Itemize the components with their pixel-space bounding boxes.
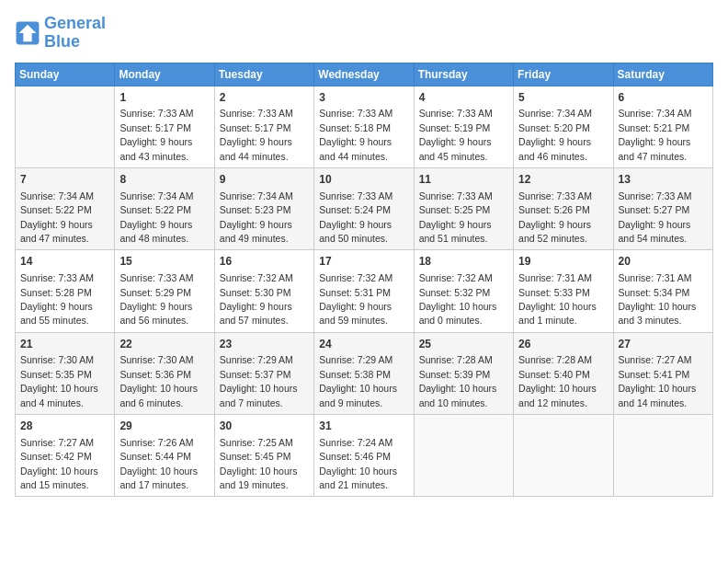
day-number: 13 [619, 172, 708, 188]
calendar-cell: 11Sunrise: 7:33 AMSunset: 5:25 PMDayligh… [414, 167, 513, 249]
sunrise: Sunrise: 7:28 AM [518, 354, 592, 365]
calendar-cell [16, 86, 115, 167]
day-number: 4 [419, 90, 508, 106]
day-number: 8 [119, 172, 209, 188]
calendar-week-5: 28Sunrise: 7:27 AMSunset: 5:42 PMDayligh… [16, 415, 713, 497]
day-number: 11 [419, 172, 508, 188]
day-number: 14 [20, 254, 109, 270]
calendar-cell: 26Sunrise: 7:28 AMSunset: 5:40 PMDayligh… [514, 332, 613, 414]
day-number: 26 [518, 337, 608, 352]
sunrise: Sunrise: 7:33 AM [419, 108, 493, 119]
sunset: Sunset: 5:46 PM [319, 451, 391, 462]
calendar-cell: 9Sunrise: 7:34 AMSunset: 5:23 PMDaylight… [214, 167, 313, 249]
calendar-cell: 21Sunrise: 7:30 AMSunset: 5:35 PMDayligh… [16, 332, 115, 414]
calendar-cell: 4Sunrise: 7:33 AMSunset: 5:19 PMDaylight… [414, 86, 513, 167]
daylight: Daylight: 9 hours and 47 minutes. [20, 219, 93, 244]
sunrise: Sunrise: 7:33 AM [518, 190, 592, 201]
daylight: Daylight: 10 hours and 3 minutes. [619, 301, 697, 326]
sunrise: Sunrise: 7:30 AM [119, 354, 193, 365]
sunrise: Sunrise: 7:29 AM [319, 354, 392, 365]
sunset: Sunset: 5:17 PM [220, 122, 291, 133]
daylight: Daylight: 10 hours and 7 minutes. [220, 383, 298, 408]
day-number: 25 [419, 337, 508, 352]
calendar-week-4: 21Sunrise: 7:30 AMSunset: 5:35 PMDayligh… [16, 332, 713, 414]
calendar-cell: 2Sunrise: 7:33 AMSunset: 5:17 PMDaylight… [214, 86, 313, 167]
calendar-cell: 19Sunrise: 7:31 AMSunset: 5:33 PMDayligh… [514, 250, 613, 332]
sunset: Sunset: 5:34 PM [619, 287, 690, 298]
sunrise: Sunrise: 7:34 AM [220, 190, 293, 201]
sunrise: Sunrise: 7:33 AM [319, 108, 392, 119]
day-number: 15 [119, 254, 209, 270]
calendar-cell: 31Sunrise: 7:24 AMSunset: 5:46 PMDayligh… [314, 415, 414, 497]
calendar-cell: 12Sunrise: 7:33 AMSunset: 5:26 PMDayligh… [514, 167, 613, 249]
calendar-cell: 22Sunrise: 7:30 AMSunset: 5:36 PMDayligh… [115, 332, 214, 414]
day-number: 10 [319, 172, 408, 188]
daylight: Daylight: 9 hours and 46 minutes. [518, 136, 591, 161]
daylight: Daylight: 9 hours and 43 minutes. [119, 136, 192, 161]
sunset: Sunset: 5:23 PM [220, 204, 291, 215]
daylight: Daylight: 10 hours and 6 minutes. [119, 383, 198, 408]
logo: General Blue [15, 15, 106, 52]
calendar-cell: 30Sunrise: 7:25 AMSunset: 5:45 PMDayligh… [214, 415, 313, 497]
sunrise: Sunrise: 7:33 AM [20, 272, 94, 283]
day-number: 22 [119, 337, 209, 352]
sunrise: Sunrise: 7:33 AM [119, 108, 193, 119]
calendar-cell: 23Sunrise: 7:29 AMSunset: 5:37 PMDayligh… [214, 332, 313, 414]
sunrise: Sunrise: 7:27 AM [20, 437, 94, 448]
sunset: Sunset: 5:28 PM [20, 287, 92, 298]
sunrise: Sunrise: 7:33 AM [220, 108, 293, 119]
sunset: Sunset: 5:32 PM [419, 287, 491, 298]
daylight: Daylight: 9 hours and 44 minutes. [319, 136, 392, 161]
daylight: Daylight: 9 hours and 59 minutes. [319, 301, 392, 326]
calendar-cell: 17Sunrise: 7:32 AMSunset: 5:31 PMDayligh… [314, 250, 414, 332]
calendar-cell: 1Sunrise: 7:33 AMSunset: 5:17 PMDaylight… [115, 86, 214, 167]
daylight: Daylight: 9 hours and 49 minutes. [220, 219, 292, 244]
day-number: 18 [419, 254, 508, 270]
daylight: Daylight: 10 hours and 4 minutes. [20, 383, 98, 408]
calendar-table: SundayMondayTuesdayWednesdayThursdayFrid… [15, 63, 713, 498]
sunrise: Sunrise: 7:30 AM [20, 354, 94, 365]
daylight: Daylight: 9 hours and 47 minutes. [619, 136, 691, 161]
daylight: Daylight: 9 hours and 57 minutes. [220, 301, 292, 326]
sunset: Sunset: 5:25 PM [419, 204, 491, 215]
sunset: Sunset: 5:17 PM [119, 122, 191, 133]
calendar-cell: 8Sunrise: 7:34 AMSunset: 5:22 PMDaylight… [115, 167, 214, 249]
column-header-friday: Friday [514, 63, 613, 86]
sunrise: Sunrise: 7:27 AM [619, 354, 692, 365]
column-header-saturday: Saturday [613, 63, 712, 86]
day-number: 23 [220, 337, 309, 352]
day-number: 16 [220, 254, 309, 270]
sunset: Sunset: 5:24 PM [319, 204, 391, 215]
day-number: 5 [518, 90, 608, 106]
sunset: Sunset: 5:41 PM [619, 369, 690, 380]
sunrise: Sunrise: 7:31 AM [619, 272, 692, 283]
calendar-cell: 29Sunrise: 7:26 AMSunset: 5:44 PMDayligh… [115, 415, 214, 497]
day-number: 20 [619, 254, 708, 270]
sunset: Sunset: 5:21 PM [619, 122, 690, 133]
day-number: 2 [220, 90, 309, 106]
sunset: Sunset: 5:18 PM [319, 122, 391, 133]
day-number: 19 [518, 254, 608, 270]
calendar-cell: 6Sunrise: 7:34 AMSunset: 5:21 PMDaylight… [613, 86, 712, 167]
sunrise: Sunrise: 7:33 AM [119, 272, 193, 283]
sunrise: Sunrise: 7:31 AM [518, 272, 592, 283]
daylight: Daylight: 9 hours and 45 minutes. [419, 136, 492, 161]
calendar-cell: 18Sunrise: 7:32 AMSunset: 5:32 PMDayligh… [414, 250, 513, 332]
sunrise: Sunrise: 7:24 AM [319, 437, 392, 448]
daylight: Daylight: 10 hours and 19 minutes. [220, 465, 298, 490]
sunset: Sunset: 5:26 PM [518, 204, 590, 215]
sunset: Sunset: 5:36 PM [119, 369, 191, 380]
calendar-cell [613, 415, 712, 497]
sunset: Sunset: 5:29 PM [119, 287, 191, 298]
sunset: Sunset: 5:33 PM [518, 287, 590, 298]
daylight: Daylight: 9 hours and 54 minutes. [619, 219, 691, 244]
daylight: Daylight: 9 hours and 51 minutes. [419, 219, 492, 244]
daylight: Daylight: 9 hours and 52 minutes. [518, 219, 591, 244]
column-header-monday: Monday [115, 63, 214, 86]
sunrise: Sunrise: 7:26 AM [119, 437, 193, 448]
daylight: Daylight: 10 hours and 10 minutes. [419, 383, 497, 408]
calendar-cell: 5Sunrise: 7:34 AMSunset: 5:20 PMDaylight… [514, 86, 613, 167]
column-header-wednesday: Wednesday [314, 63, 414, 86]
day-number: 30 [220, 419, 309, 434]
day-number: 31 [319, 419, 408, 434]
